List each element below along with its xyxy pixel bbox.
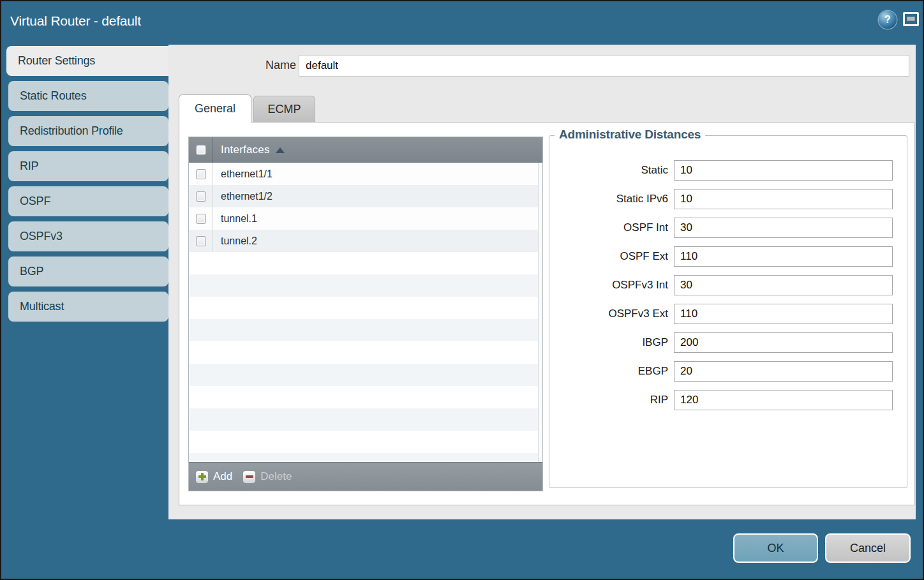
field-label: RIP [549, 394, 668, 406]
help-icon[interactable]: ? [879, 11, 897, 29]
main-content: Name General ECMP Interfaces ethernet1/1 [168, 45, 916, 519]
ospfv3-int-distance-input[interactable] [674, 275, 893, 295]
delete-button-label: Delete [260, 470, 292, 483]
row-checkbox[interactable] [196, 169, 206, 179]
interface-name: ethernet1/2 [213, 191, 272, 202]
row-checkbox[interactable] [196, 191, 206, 202]
ospf-int-distance-input[interactable] [674, 218, 893, 238]
table-row[interactable]: tunnel.1 [189, 207, 538, 230]
field-row: RIP [549, 390, 907, 410]
row-checkbox-cell [189, 163, 213, 185]
interface-name: tunnel.1 [213, 213, 257, 225]
sidebar-item-rip[interactable]: RIP [8, 151, 168, 181]
table-row[interactable]: ethernet1/1 [189, 163, 538, 185]
row-checkbox[interactable] [196, 214, 206, 224]
name-label: Name [239, 55, 296, 76]
tab-general[interactable]: General [179, 94, 251, 123]
table-row[interactable]: ethernet1/2 [189, 185, 538, 207]
field-label: EBGP [549, 365, 668, 378]
window-restore-icon[interactable] [903, 12, 919, 26]
field-row: IBGP [549, 332, 907, 353]
sidebar-item-ospfv3[interactable]: OSPFv3 [8, 221, 168, 251]
sidebar-item-bgp[interactable]: BGP [8, 257, 168, 286]
field-row: OSPF Ext [549, 246, 907, 267]
static-ipv6-distance-input[interactable] [674, 189, 893, 209]
field-row: EBGP [549, 361, 907, 382]
interfaces-table: Interfaces ethernet1/1 ethernet1/2 tunne [188, 137, 543, 491]
tab-ecmp[interactable]: ECMP [253, 96, 315, 123]
add-button-label: Add [213, 470, 232, 483]
field-row: OSPF Int [549, 218, 907, 238]
field-label: Static IPv6 [549, 193, 668, 205]
window-restore-inner [907, 17, 915, 21]
interfaces-column-header[interactable]: Interfaces [189, 137, 542, 163]
sidebar-item-router-settings[interactable]: Router Settings [6, 46, 168, 76]
administrative-distances-fieldset: Administrative Distances Static Static I… [549, 135, 907, 488]
minus-icon [242, 470, 256, 484]
dialog-title: Virtual Router - default [10, 1, 141, 42]
sidebar-item-multicast[interactable]: Multicast [8, 292, 168, 322]
field-label: OSPFv3 Int [549, 279, 668, 292]
ebgp-distance-input[interactable] [674, 361, 893, 382]
cancel-button[interactable]: Cancel [825, 533, 911, 563]
interface-name: tunnel.2 [213, 235, 257, 247]
field-row: Static [549, 160, 907, 181]
row-checkbox-cell [189, 230, 213, 252]
field-label: OSPFv3 Ext [549, 308, 668, 320]
plus-icon [195, 470, 209, 484]
sidebar-item-ospf[interactable]: OSPF [8, 186, 168, 216]
static-distance-input[interactable] [674, 160, 893, 181]
field-label: OSPF Int [549, 221, 668, 234]
ospfv3-ext-distance-input[interactable] [674, 304, 893, 324]
row-checkbox-cell [189, 207, 213, 230]
ospf-ext-distance-input[interactable] [674, 246, 893, 267]
table-row[interactable]: tunnel.2 [189, 230, 538, 252]
sidebar-item-redistribution-profile[interactable]: Redistribution Profile [8, 116, 168, 146]
delete-button[interactable]: Delete [242, 470, 292, 484]
field-row: Static IPv6 [549, 189, 907, 209]
select-all-checkbox[interactable] [196, 145, 206, 155]
field-label: Static [549, 164, 668, 177]
sidebar-item-static-routes[interactable]: Static Routes [8, 81, 168, 111]
field-label: IBGP [549, 336, 668, 349]
header-checkbox-cell [189, 137, 213, 163]
sidebar: Router Settings Static Routes Redistribu… [6, 46, 168, 327]
rip-distance-input[interactable] [674, 390, 893, 410]
table-scrollbar[interactable] [538, 163, 542, 462]
interface-name: ethernet1/1 [213, 168, 272, 180]
table-toolbar: Add Delete [189, 462, 542, 491]
row-checkbox-cell [189, 185, 213, 207]
general-tab-panel: Interfaces ethernet1/1 ethernet1/2 tunne [179, 122, 914, 505]
row-checkbox[interactable] [196, 236, 206, 246]
fieldset-rows: Static Static IPv6 OSPF Int OSPF Ext [549, 136, 907, 410]
name-input[interactable] [299, 55, 909, 77]
field-row: OSPFv3 Int [549, 275, 907, 295]
virtual-router-dialog: Virtual Router - default ? Router Settin… [0, 0, 924, 580]
fieldset-legend: Administrative Distances [555, 128, 705, 142]
ibgp-distance-input[interactable] [674, 332, 893, 353]
interfaces-column-label: Interfaces [221, 144, 270, 156]
titlebar: Virtual Router - default ? [1, 1, 923, 42]
add-button[interactable]: Add [195, 470, 232, 484]
field-row: OSPFv3 Ext [549, 304, 907, 324]
ok-button[interactable]: OK [733, 533, 818, 563]
field-label: OSPF Ext [549, 250, 668, 263]
interfaces-table-body: ethernet1/1 ethernet1/2 tunnel.1 tunnel.… [189, 163, 538, 462]
sort-ascending-icon[interactable] [276, 147, 285, 153]
